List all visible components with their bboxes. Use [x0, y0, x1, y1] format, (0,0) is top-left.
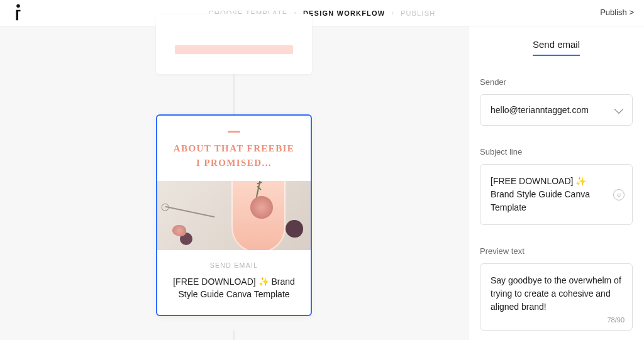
preview-text-value: Say goodbye to the overwhelm of trying t… — [491, 275, 621, 312]
preview-text-counter: 78/90 — [607, 315, 625, 326]
workflow-connector — [234, 331, 235, 340]
topbar: Choose Template › Design Workflow › Publ… — [0, 0, 644, 26]
workflow-node-send-email[interactable]: ABOUT THAT FREEBIE I PROMISED... SEND EM… — [156, 114, 312, 316]
card-accent — [228, 131, 240, 133]
smile-icon: ☺ — [616, 190, 622, 199]
chevron-down-icon — [614, 104, 623, 113]
email-headline: ABOUT THAT FREEBIE I PROMISED... — [157, 141, 311, 181]
sender-label: Sender — [480, 77, 633, 87]
panel-tab-send-email[interactable]: Send email — [533, 39, 580, 56]
breadcrumb: Choose Template › Design Workflow › Publ… — [0, 9, 644, 17]
workflow-connector — [234, 74, 235, 114]
subject-input[interactable]: [FREE DOWNLOAD] ✨ Brand Style Guide Canv… — [480, 164, 633, 225]
breadcrumb-step-publish[interactable]: Publish — [401, 9, 435, 17]
email-hero-image — [157, 181, 311, 250]
card-type-label: SEND EMAIL — [170, 261, 298, 269]
preview-text-label: Preview text — [480, 246, 633, 256]
publish-link[interactable]: Publish > — [600, 8, 634, 17]
sender-value: hello@terianntagget.com — [491, 105, 589, 115]
breadcrumb-step-design-workflow[interactable]: Design Workflow — [303, 9, 385, 17]
card-subject-preview: [FREE DOWNLOAD] ✨ Brand Style Guide Canv… — [170, 275, 298, 301]
workflow-canvas[interactable]: ABOUT THAT FREEBIE I PROMISED... SEND EM… — [0, 26, 468, 340]
sender-select[interactable]: hello@terianntagget.com — [480, 94, 633, 126]
svg-point-0 — [16, 4, 20, 8]
logo — [11, 4, 25, 21]
inspector-panel: Send email Sender hello@terianntagget.co… — [468, 26, 644, 340]
workflow-node-previous[interactable] — [156, 14, 312, 74]
subject-label: Subject line — [480, 147, 633, 156]
emoji-picker-button[interactable]: ☺ — [613, 189, 625, 200]
subject-value: [FREE DOWNLOAD] ✨ Brand Style Guide Canv… — [491, 176, 590, 212]
preview-text-input[interactable]: Say goodbye to the overwhelm of trying t… — [480, 263, 633, 331]
chevron-right-icon: › — [391, 9, 394, 16]
node-preview-band — [175, 45, 293, 54]
card-footer: SEND EMAIL [FREE DOWNLOAD] ✨ Brand Style… — [157, 250, 311, 315]
